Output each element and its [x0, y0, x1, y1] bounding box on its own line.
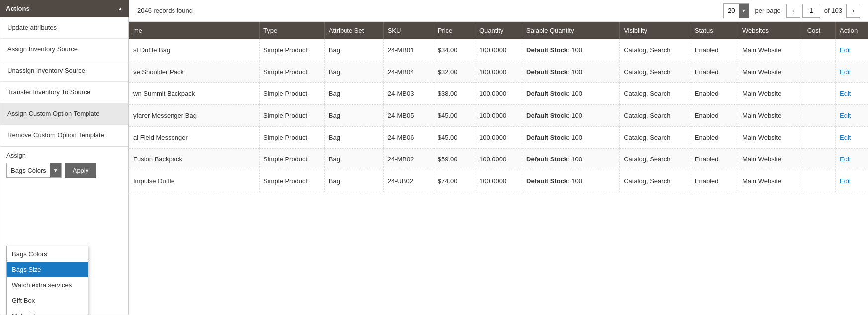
col-header-visibility[interactable]: Visibility — [620, 22, 691, 39]
menu-item-remove-custom-option[interactable]: Remove Custom Option Template — [0, 125, 128, 146]
cell-cost — [803, 170, 835, 192]
assign-select[interactable]: Bags Colors ▼ — [6, 163, 62, 178]
cell-websites: Main Website — [738, 149, 803, 170]
assign-controls: Bags Colors ▼ Apply — [6, 163, 122, 178]
assign-label: Assign — [6, 152, 122, 159]
cell-price: $74.00 — [434, 170, 475, 192]
cell-visibility: Catalog, Search — [620, 39, 691, 61]
menu-item-unassign-inventory-source[interactable]: Unassign Inventory Source — [0, 60, 128, 81]
page-next-button[interactable]: › — [846, 4, 860, 18]
cell-attrset: Bag — [324, 149, 383, 170]
main-content: 2046 records found 20 ▼ per page ‹ of 10… — [129, 0, 868, 315]
cell-attrset: Bag — [324, 127, 383, 149]
dropdown-item-watch-extra[interactable]: Watch extra services — [7, 277, 88, 293]
menu-item-assign-custom-option[interactable]: Assign Custom Option Template — [0, 103, 128, 125]
per-page-select[interactable]: 20 ▼ — [723, 3, 749, 18]
cell-attrset: Bag — [324, 170, 383, 192]
cell-status: Enabled — [691, 127, 738, 149]
pagination: 20 ▼ per page ‹ of 103 › — [723, 3, 860, 18]
dropdown-item-bags-size[interactable]: Bags Size — [7, 262, 88, 277]
edit-link[interactable]: Edit — [840, 177, 851, 185]
menu-item-update-attributes[interactable]: Update attributes — [0, 17, 128, 39]
cell-status: Enabled — [691, 83, 738, 105]
assign-section: Assign Bags Colors ▼ Apply — [0, 146, 128, 183]
cell-type: Simple Product — [260, 39, 325, 61]
cell-name: ve Shoulder Pack — [129, 61, 260, 83]
col-header-name[interactable]: me — [129, 22, 260, 39]
page-prev-button[interactable]: ‹ — [786, 4, 800, 18]
dropdown-item-gift-box[interactable]: Gift Box — [7, 293, 88, 308]
col-header-websites[interactable]: Websites — [738, 22, 803, 39]
col-header-sku[interactable]: SKU — [383, 22, 434, 39]
col-header-salable[interactable]: Salable Quantity — [522, 22, 620, 39]
cell-status: Enabled — [691, 61, 738, 83]
cell-cost — [803, 39, 835, 61]
cell-action[interactable]: Edit — [836, 39, 868, 61]
cell-action[interactable]: Edit — [836, 127, 868, 149]
col-header-qty[interactable]: Quantity — [475, 22, 522, 39]
edit-link[interactable]: Edit — [840, 90, 851, 97]
actions-header[interactable]: Actions ▲ — [0, 0, 129, 17]
cell-visibility: Catalog, Search — [620, 105, 691, 127]
edit-link[interactable]: Edit — [840, 46, 851, 54]
cell-salable: Default Stock: 100 — [522, 83, 620, 105]
cell-action[interactable]: Edit — [836, 83, 868, 105]
cell-qty: 100.0000 — [475, 127, 522, 149]
cell-visibility: Catalog, Search — [620, 149, 691, 170]
cell-attrset: Bag — [324, 83, 383, 105]
cell-websites: Main Website — [738, 83, 803, 105]
cell-name: st Duffle Bag — [129, 39, 260, 61]
cell-sku: 24-MB01 — [383, 39, 434, 61]
menu-item-assign-inventory-source[interactable]: Assign Inventory Source — [0, 39, 128, 60]
cell-action[interactable]: Edit — [836, 105, 868, 127]
per-page-label: per page — [755, 7, 781, 14]
actions-menu: Update attributes Assign Inventory Sourc… — [0, 17, 129, 315]
menu-item-transfer-inventory[interactable]: Transfer Inventory To Source — [0, 82, 128, 103]
cell-type: Simple Product — [260, 105, 325, 127]
cell-salable: Default Stock: 100 — [522, 39, 620, 61]
per-page-arrow-icon[interactable]: ▼ — [739, 4, 749, 18]
cell-name: Fusion Backpack — [129, 149, 260, 170]
col-header-cost[interactable]: Cost — [803, 22, 835, 39]
edit-link[interactable]: Edit — [840, 112, 851, 119]
edit-link[interactable]: Edit — [840, 68, 851, 76]
cell-status: Enabled — [691, 105, 738, 127]
apply-button[interactable]: Apply — [65, 163, 97, 178]
cell-qty: 100.0000 — [475, 39, 522, 61]
cell-websites: Main Website — [738, 61, 803, 83]
assign-select-arrow-icon[interactable]: ▼ — [50, 163, 61, 177]
cell-sku: 24-MB02 — [383, 149, 434, 170]
cell-name: yfarer Messenger Bag — [129, 105, 260, 127]
cell-action[interactable]: Edit — [836, 149, 868, 170]
cell-price: $32.00 — [434, 61, 475, 83]
edit-link[interactable]: Edit — [840, 156, 851, 163]
cell-action[interactable]: Edit — [836, 61, 868, 83]
cell-action[interactable]: Edit — [836, 170, 868, 192]
table-row: al Field Messenger Simple Product Bag 24… — [129, 127, 868, 149]
col-header-type[interactable]: Type — [260, 22, 325, 39]
cell-type: Simple Product — [260, 83, 325, 105]
cell-cost — [803, 61, 835, 83]
col-header-status[interactable]: Status — [691, 22, 738, 39]
cell-websites: Main Website — [738, 105, 803, 127]
cell-type: Simple Product — [260, 61, 325, 83]
assign-select-value: Bags Colors — [7, 167, 50, 174]
actions-panel: Actions ▲ Update attributes Assign Inven… — [0, 0, 129, 315]
cell-salable: Default Stock: 100 — [522, 149, 620, 170]
cell-cost — [803, 127, 835, 149]
cell-price: $34.00 — [434, 39, 475, 61]
actions-header-label: Actions — [6, 5, 30, 12]
page-number-input[interactable] — [802, 4, 820, 18]
cell-sku: 24-MB05 — [383, 105, 434, 127]
cell-name: wn Summit Backpack — [129, 83, 260, 105]
dropdown-item-bags-colors[interactable]: Bags Colors — [7, 246, 88, 262]
edit-link[interactable]: Edit — [840, 134, 851, 141]
col-header-price[interactable]: Price — [434, 22, 475, 39]
cell-type: Simple Product — [260, 170, 325, 192]
table-row: st Duffle Bag Simple Product Bag 24-MB01… — [129, 39, 868, 61]
col-header-attrset[interactable]: Attribute Set — [324, 22, 383, 39]
col-header-action: Action — [836, 22, 868, 39]
cell-cost — [803, 83, 835, 105]
cell-status: Enabled — [691, 149, 738, 170]
dropdown-item-material[interactable]: Material — [7, 308, 88, 315]
